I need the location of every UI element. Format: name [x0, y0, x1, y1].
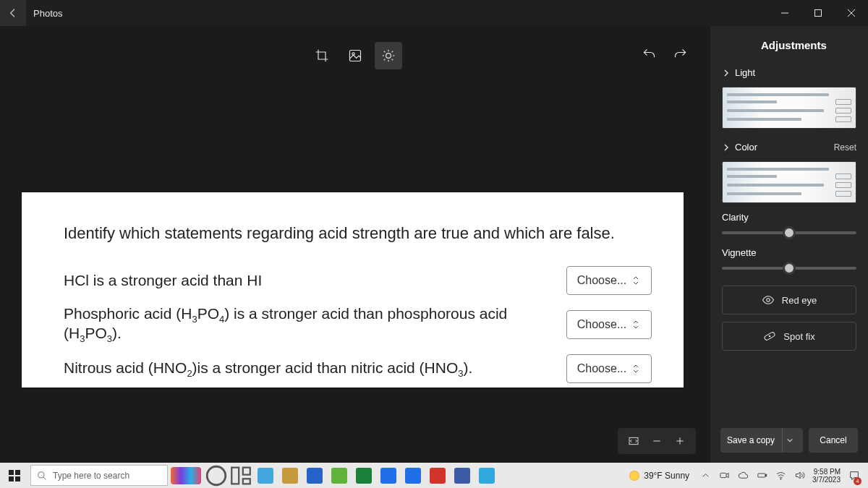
light-preview[interactable]	[722, 87, 856, 129]
choose-dropdown[interactable]: Choose...	[566, 354, 652, 383]
action-center[interactable]: 4	[845, 463, 864, 488]
panel-title: Adjustments	[710, 26, 868, 63]
minimize-button[interactable]	[768, 0, 801, 26]
taskbar-app-6[interactable]	[352, 463, 376, 488]
chevron-right-icon	[722, 143, 731, 152]
statement-text: HCl is a stronger acid than HI	[64, 272, 541, 289]
zoom-controls	[618, 428, 696, 454]
light-section-header[interactable]: Light	[722, 63, 856, 82]
taskbar-news[interactable]	[168, 463, 204, 488]
close-button[interactable]	[835, 0, 868, 26]
sun-icon	[629, 471, 639, 481]
taskbar-app-7[interactable]	[376, 463, 401, 488]
bandage-icon	[763, 330, 776, 343]
date-text: 3/7/2023	[812, 476, 841, 484]
question-text: Identify which statements regarding acid…	[22, 192, 684, 243]
adjustments-tool[interactable]	[375, 42, 402, 69]
fit-button[interactable]	[625, 432, 642, 450]
app-title: Photos	[33, 8, 62, 19]
taskbar-app-4[interactable]	[302, 463, 327, 488]
close-icon	[847, 9, 856, 17]
statement-row: Phosphoric acid (H3PO4) is a stronger ac…	[64, 305, 684, 344]
tray-wifi[interactable]	[772, 463, 789, 488]
statement-text: Phosphoric acid (H3PO4) is a stronger ac…	[64, 305, 541, 344]
cancel-button[interactable]: Cancel	[809, 428, 858, 453]
time-text: 9:58 PM	[812, 468, 841, 476]
save-label: Save a copy	[727, 435, 775, 445]
red-eye-button[interactable]: Red eye	[722, 286, 856, 314]
filters-icon	[348, 48, 362, 63]
vignette-slider[interactable]	[722, 258, 856, 278]
svg-rect-19	[765, 474, 766, 476]
camera-icon	[719, 470, 730, 481]
reset-button[interactable]: Reset	[834, 142, 856, 153]
zoom-out-button[interactable]	[648, 432, 665, 450]
redo-icon	[673, 47, 688, 61]
svg-rect-11	[15, 476, 20, 481]
title-bar: Photos	[0, 0, 868, 26]
edited-image[interactable]: Identify which statements regarding acid…	[22, 192, 684, 388]
taskbar-app-11[interactable]	[475, 463, 499, 488]
save-dropdown-button[interactable]	[782, 428, 796, 453]
fit-icon	[628, 435, 639, 447]
crop-tool[interactable]	[308, 42, 336, 69]
chevron-up-icon	[700, 470, 711, 481]
back-button[interactable]	[0, 0, 26, 26]
svg-point-3	[386, 53, 391, 59]
tray-battery[interactable]	[753, 463, 770, 488]
undo-icon	[642, 47, 656, 61]
edit-toolbar	[0, 42, 710, 69]
choose-dropdown[interactable]: Choose...	[566, 266, 652, 295]
clarity-label: Clarity	[722, 212, 856, 223]
color-preview[interactable]	[722, 161, 856, 203]
taskbar-clock[interactable]: 9:58 PM 3/7/2023	[809, 468, 843, 484]
weather-widget[interactable]: 39°F Sunny	[629, 471, 689, 481]
taskbar-app-2[interactable]	[253, 463, 278, 488]
redo-button[interactable]	[668, 42, 693, 67]
volume-icon	[794, 470, 805, 481]
clarity-slider[interactable]	[722, 223, 856, 243]
brightness-icon	[381, 48, 396, 63]
svg-rect-0	[815, 10, 822, 17]
svg-point-13	[207, 466, 226, 485]
undo-button[interactable]	[637, 42, 661, 67]
statement-text: Nitrous acid (HNO2)is a stronger acid th…	[64, 359, 541, 379]
zoom-in-button[interactable]	[671, 432, 689, 450]
choose-dropdown[interactable]: Choose...	[566, 310, 652, 339]
taskbar-app-8[interactable]	[401, 463, 425, 488]
svg-point-7	[770, 335, 771, 337]
svg-rect-9	[15, 470, 20, 475]
taskbar-app-10[interactable]	[450, 463, 475, 488]
crop-icon	[315, 48, 329, 63]
filters-tool[interactable]	[341, 42, 369, 69]
taskbar-app-1[interactable]	[229, 463, 253, 488]
tray-onedrive[interactable]	[734, 463, 752, 488]
taskbar: Type here to search 39°F Sunny 9:58 PM 3…	[0, 463, 868, 488]
tray-volume[interactable]	[791, 463, 808, 488]
maximize-button[interactable]	[801, 0, 835, 26]
taskbar-search[interactable]: Type here to search	[30, 465, 168, 486]
canvas-area: Identify which statements regarding acid…	[0, 26, 710, 463]
adjustments-panel: Adjustments Light Color	[710, 26, 868, 463]
svg-rect-10	[9, 476, 14, 481]
taskbar-app-3[interactable]	[278, 463, 302, 488]
maximize-icon	[814, 9, 822, 17]
color-label: Color	[735, 142, 757, 153]
weather-text: 39°F Sunny	[644, 471, 689, 481]
taskbar-app-0[interactable]	[204, 463, 229, 488]
light-label: Light	[735, 67, 755, 78]
windows-icon	[9, 470, 20, 481]
taskbar-app-9[interactable]	[425, 463, 450, 488]
tray-chevron[interactable]	[697, 463, 714, 488]
svg-point-12	[38, 471, 44, 477]
battery-icon	[757, 470, 767, 481]
tray-meet-now[interactable]	[715, 463, 733, 488]
svg-point-20	[780, 479, 780, 479]
search-placeholder: Type here to search	[53, 471, 129, 481]
color-section-header[interactable]: Color Reset	[722, 137, 856, 157]
statement-row: HCl is a stronger acid than HIChoose...	[64, 266, 684, 295]
start-button[interactable]	[0, 463, 29, 488]
taskbar-app-5[interactable]	[327, 463, 352, 488]
save-copy-button[interactable]: Save a copy	[720, 428, 803, 453]
spot-fix-button[interactable]: Spot fix	[722, 322, 856, 351]
